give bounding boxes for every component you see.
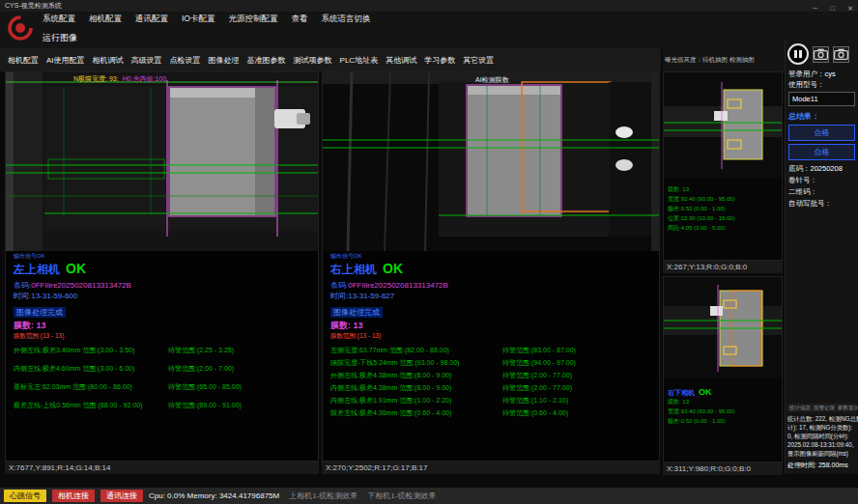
sub-camera-1-results: 膜数: 13 宽度:93.40 (90.00 - 95.00) 极差:0.52 … bbox=[668, 184, 735, 233]
measurement-row: 膜差左线:极差4.36mm 范围:(0.60 - 4.00)待警范围:(0.60… bbox=[330, 408, 657, 417]
qr-code-row: 二维码： bbox=[788, 186, 855, 198]
tab-camera-debug[interactable]: 相机调试 bbox=[89, 55, 128, 66]
bottom-code-value: 20250208 bbox=[811, 164, 843, 173]
measurement-row: 内侧左线:极差4.38mm 范围:(8.00 - 9.00)待警范围:(2.00… bbox=[330, 383, 657, 392]
measurement-row: 外侧左线:极差4.38mm 范围:(8.00 - 9.00)待警范围:(2.00… bbox=[330, 371, 657, 379]
tab-test-params[interactable]: 测试项参数 bbox=[290, 55, 336, 66]
stats-tab-alarm[interactable]: 报警记录 bbox=[814, 405, 835, 411]
auto-batch-row: 自动写批号： bbox=[788, 198, 855, 210]
stats-tab-info[interactable]: 统计信息 bbox=[789, 405, 811, 411]
camera-link-indicator: 相机连接 bbox=[52, 490, 95, 502]
right-status-badge: OK bbox=[383, 261, 403, 276]
run-image-tab[interactable]: 运行图像 bbox=[43, 30, 77, 45]
stats-line: 2025.02.08-13:31:09:40, bbox=[787, 440, 856, 449]
result-indicator-2: 合格 bbox=[788, 144, 855, 160]
window-title: CYS-视觉检测系统 bbox=[5, 1, 62, 11]
tab-ai-config[interactable]: AI使用配置 bbox=[43, 55, 89, 66]
measurement-main: 外侧左线:极差3.40mm 范围:(3.00 - 3.50) bbox=[14, 346, 168, 354]
camera-b-button[interactable] bbox=[833, 46, 849, 63]
stats-tab-params[interactable]: 参数显示 bbox=[838, 405, 858, 411]
left-camera-status: 输出信号OK 左上相机OK 条码:0FFIiire202502081331347… bbox=[14, 252, 316, 419]
measurement-warn: 待警范围:(94.00 - 97.00) bbox=[502, 358, 576, 367]
statistics-block: 统计信息 报警记录 参数显示 统计总数: 222, 检测NG总数(统 计): 1… bbox=[787, 404, 856, 470]
sub-camera-2-view[interactable]: 右下相机OK 膜数: 13 宽度:93.40 (90.00 - 95.00) 极… bbox=[663, 276, 783, 462]
close-button[interactable]: ✕ bbox=[847, 5, 853, 12]
bottom-code-label: 底码： bbox=[788, 164, 811, 173]
left-signal-text: 输出信号OK bbox=[14, 252, 316, 260]
measurement-row: 内侧左线:极差4.60mm 范围:(3.00 - 6.00)待警范围:(2.00… bbox=[14, 364, 316, 373]
right-barcode-line: 条码:0FFIiire2025020813313472B bbox=[330, 281, 657, 291]
maximize-button[interactable]: □ bbox=[830, 5, 834, 12]
menu-item-view[interactable]: 查看 bbox=[291, 14, 307, 25]
app-logo-icon bbox=[6, 14, 35, 42]
app-window: CYS-视觉检测系统 ─ □ ✕ 系统配置 相机配置 通讯配置 IO卡配置 光源… bbox=[0, 0, 858, 504]
measurement-main: 隔膜宽度-下线5.24mm 范围:(93.00 - 98.00) bbox=[330, 358, 502, 367]
left-status-badge: OK bbox=[66, 261, 86, 276]
sub-view-header: 曝光值灰度：待机抽图 检测抽图 bbox=[663, 48, 785, 71]
sub1-result-line: 膜数: 13 bbox=[668, 184, 735, 194]
left-barcode-value: 0FFIiire2025020813313472B bbox=[31, 281, 131, 290]
left-camera-overlay-text: N极膜宽度: 93;H0.含内值:100 bbox=[73, 74, 166, 84]
comm-link-indicator: 通讯连接 bbox=[100, 490, 143, 502]
model-select[interactable]: Mode11 bbox=[788, 92, 855, 106]
total-result-label: 总结果： bbox=[788, 111, 855, 122]
menu-item-camera-config[interactable]: 相机配置 bbox=[89, 14, 122, 25]
menu-item-comm-config[interactable]: 通讯配置 bbox=[135, 14, 168, 25]
qr-code-label: 二维码： bbox=[788, 187, 817, 196]
measurement-warn: 待警范围:(83.00 - 87.00) bbox=[502, 346, 576, 354]
menu-item-language[interactable]: 系统语言切换 bbox=[321, 14, 370, 25]
sub-camera-1-view[interactable]: 膜数: 13 宽度:93.40 (90.00 - 95.00) 极差:0.52 … bbox=[663, 71, 783, 261]
sub2-result-line: 膜数: 13 bbox=[668, 397, 735, 406]
left-film-count: 膜数: 13 bbox=[14, 321, 316, 331]
menu-item-system-config[interactable]: 系统配置 bbox=[43, 14, 75, 25]
right-camera-image bbox=[323, 72, 659, 251]
tab-plc-table[interactable]: PLC地址表 bbox=[336, 55, 383, 66]
auto-batch-label: 自动写批号： bbox=[788, 199, 832, 208]
camera-a-button[interactable] bbox=[813, 46, 829, 63]
measurement-main: 内侧左线:极差4.38mm 范围:(8.00 - 9.00) bbox=[330, 383, 502, 392]
tab-advanced-settings[interactable]: 高级设置 bbox=[128, 55, 166, 66]
sub1-result-line: 位置:12.30 (10.00 - 15.00) bbox=[668, 213, 735, 223]
measurement-main: 极差左线-上线0.56mm 范围:(88.00 - 92.00) bbox=[14, 401, 168, 409]
control-buttons bbox=[786, 41, 858, 67]
measurement-warn: 待警范围:(89.00 - 91.00) bbox=[168, 401, 242, 409]
tab-learn-params[interactable]: 学习参数 bbox=[420, 55, 459, 66]
measurement-warn: 待警范围:(65.00 - 85.00) bbox=[168, 382, 242, 391]
left-overlay-value: H0.含内值:100 bbox=[123, 75, 167, 82]
cpu-memory-readout: Cpu: 0.0% Memory: 3424.41796875M bbox=[149, 491, 279, 500]
left-measurements: 外侧左线:极差3.40mm 范围:(3.00 - 3.50)待警范围:(2.25… bbox=[14, 346, 316, 409]
left-name-row: 左上相机OK bbox=[14, 260, 316, 278]
measurement-row: 极差左线-上线0.56mm 范围:(88.00 - 92.00)待警范围:(89… bbox=[14, 401, 316, 409]
right-film-count-range: 膜数范围:(13 - 13) bbox=[330, 332, 657, 340]
measurement-main: 内侧左线:极差4.60mm 范围:(3.00 - 6.00) bbox=[14, 364, 168, 373]
minimize-button[interactable]: ─ bbox=[813, 5, 817, 12]
sub-camera-2-image bbox=[664, 277, 782, 378]
control-panel: 登录用户：cys 使用型号： Mode11 总结果： 合格 合格 底码：2025… bbox=[785, 41, 858, 474]
sub2-result-line: 极差:0.52 (0.00 - 1.00) bbox=[668, 416, 735, 426]
tab-misc-settings[interactable]: 其它设置 bbox=[459, 55, 498, 66]
right-barcode-label: 条码: bbox=[330, 281, 348, 290]
tab-other-debug[interactable]: 其他调试 bbox=[382, 55, 420, 66]
right-camera-coordinates: X:270;Y:2502;R:17;G:17;B:17 bbox=[322, 462, 660, 474]
tab-camera-config[interactable]: 相机配置 bbox=[4, 55, 43, 66]
left-film-count-range: 膜数范围:(13 - 13) bbox=[14, 332, 316, 340]
tab-image-process[interactable]: 图像处理 bbox=[205, 55, 243, 66]
right-camera-name: 右上相机 bbox=[330, 263, 377, 276]
right-barcode-value: 0FFIiire2025020813313472B bbox=[348, 281, 448, 290]
left-camera-name: 左上相机 bbox=[14, 263, 60, 276]
tab-baseline-params[interactable]: 基准图参数 bbox=[243, 55, 290, 66]
menu-item-light-config[interactable]: 光源控制配置 bbox=[228, 14, 277, 25]
tab-spot-check[interactable]: 点检设置 bbox=[166, 55, 205, 66]
menu-item-io-config[interactable]: IO卡配置 bbox=[182, 14, 214, 25]
measurement-warn: 待警范围:(1.10 - 2.10) bbox=[502, 396, 568, 405]
left-camera-view[interactable]: N极膜宽度: 93;H0.含内值:100 输出信号OK 左上相机OK 条码:0F… bbox=[5, 71, 319, 462]
pause-icon bbox=[799, 50, 802, 58]
right-camera-view[interactable]: AI检测膜数 输出信号OK 右上相机OK 条码:0FFIiire20250208… bbox=[322, 71, 660, 462]
status-bar: 心跳信号 相机连接 通讯连接 Cpu: 0.0% Memory: 3424.41… bbox=[0, 488, 858, 504]
pause-button[interactable] bbox=[787, 43, 809, 65]
measurement-warn: 待警范围:(2.00 - 77.00) bbox=[502, 371, 572, 379]
right-signal-text: 输出信号OK bbox=[330, 252, 657, 260]
stats-line: 计): 17, 检测NG分类数): bbox=[787, 423, 856, 432]
measurement-warn: 待警范围:(0.60 - 4.00) bbox=[502, 408, 568, 417]
left-camera-coordinates: X:7677,Y:891;R:14;G:14;B:14 bbox=[5, 462, 319, 474]
